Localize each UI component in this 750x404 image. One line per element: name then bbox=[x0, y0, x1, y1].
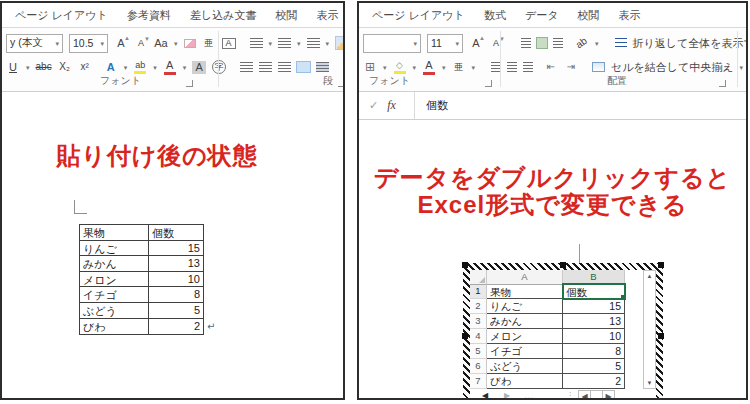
scroll-down-icon[interactable]: ▼ bbox=[644, 380, 655, 386]
row-header[interactable]: 2 bbox=[470, 299, 487, 314]
decrease-indent-icon[interactable]: ⇤ bbox=[544, 62, 558, 72]
excel-ribbon-tab[interactable]: 表示 bbox=[618, 8, 640, 23]
paragraph-dialog-launcher-icon[interactable] bbox=[338, 80, 345, 87]
word-table-cell[interactable]: みかん bbox=[80, 256, 149, 272]
fill-color-icon[interactable]: ◇ bbox=[393, 61, 407, 74]
text-highlight-icon[interactable]: ab bbox=[133, 61, 147, 74]
sheet-tabs-ellipsis[interactable]: … bbox=[524, 390, 534, 400]
row-header[interactable]: 4 bbox=[470, 329, 487, 344]
cell[interactable]: 13 bbox=[563, 314, 625, 329]
word-table-cell[interactable]: 5 bbox=[149, 303, 203, 319]
cell-a1[interactable]: 果物 bbox=[487, 284, 563, 299]
cell[interactable]: 2 bbox=[563, 374, 625, 389]
cell-b1-active[interactable]: 個数 bbox=[563, 284, 625, 299]
excel-ribbon-tab[interactable]: 数式 bbox=[484, 8, 506, 23]
alignment-dialog-launcher-icon[interactable] bbox=[719, 80, 726, 87]
font-name-combobox[interactable]: y (本文 ▾ bbox=[6, 34, 63, 53]
row-header[interactable]: 1 bbox=[470, 284, 487, 299]
cell[interactable]: イチゴ bbox=[487, 344, 563, 359]
word-table-cell[interactable]: メロン bbox=[80, 272, 149, 288]
align-left-icon[interactable] bbox=[240, 62, 253, 72]
change-case-button[interactable]: Aa bbox=[154, 38, 168, 49]
wrap-text-button[interactable]: 折り返して全体を表示する bbox=[633, 36, 748, 51]
word-table-cell[interactable]: びわ bbox=[80, 319, 149, 335]
subscript-button[interactable]: X₂ bbox=[58, 62, 72, 72]
top-align-icon[interactable] bbox=[521, 38, 531, 48]
merge-center-button[interactable]: セルを結合して中央揃え bbox=[611, 60, 734, 75]
word-table-cell[interactable]: イチゴ bbox=[80, 287, 149, 303]
word-ribbon-tab[interactable]: 表示 bbox=[316, 8, 338, 23]
word-table-cell[interactable]: ぶどう bbox=[80, 303, 149, 319]
scroll-up-icon[interactable]: ▲ bbox=[644, 273, 655, 279]
embedded-excel-object[interactable]: A B 1 果物 個数 2 りんご 15 bbox=[463, 263, 663, 400]
strikethrough-button[interactable]: abc bbox=[36, 62, 52, 72]
column-header-a[interactable]: A bbox=[487, 270, 563, 285]
vertical-scrollbar[interactable]: ▲ ▼ bbox=[643, 270, 656, 389]
grow-font-button[interactable]: A▲ bbox=[469, 38, 483, 49]
font-color-icon[interactable]: A bbox=[422, 60, 436, 75]
justify-icon[interactable] bbox=[297, 62, 310, 72]
resize-handle[interactable] bbox=[560, 262, 566, 268]
word-table[interactable]: 果物 個数 りんご 15 みかん 13 メロン 10 イチゴ bbox=[79, 224, 204, 335]
word-table-header-cell[interactable]: 個数 bbox=[149, 225, 203, 241]
word-ribbon-tab[interactable]: 参考資料 bbox=[127, 8, 171, 23]
clipped-ribbon-icon[interactable] bbox=[335, 36, 345, 50]
multilevel-list-icon[interactable] bbox=[307, 38, 320, 48]
word-ribbon-tab[interactable]: 校閲 bbox=[275, 8, 297, 23]
borders-icon[interactable]: ⊞ bbox=[363, 61, 377, 73]
phonetic-guide-icon[interactable]: 亜 bbox=[202, 39, 216, 48]
orientation-icon[interactable]: ab bbox=[575, 38, 589, 48]
word-table-cell[interactable]: 2 bbox=[149, 319, 203, 335]
sheet-tab-left-icon[interactable]: ◀ bbox=[482, 390, 488, 400]
excel-ribbon-tab[interactable]: データ bbox=[525, 8, 559, 23]
cell[interactable]: りんご bbox=[487, 299, 563, 314]
distribute-icon[interactable] bbox=[316, 62, 329, 72]
align-right-icon[interactable] bbox=[523, 62, 533, 72]
word-ribbon-tab[interactable]: 差し込み文書 bbox=[190, 8, 257, 23]
numbered-list-icon[interactable] bbox=[278, 38, 291, 48]
character-shading-icon[interactable]: A bbox=[192, 61, 206, 74]
font-size-combobox[interactable]: 11 ▾ bbox=[427, 34, 463, 53]
cell[interactable]: 10 bbox=[563, 329, 625, 344]
middle-align-icon[interactable] bbox=[537, 38, 547, 48]
word-table-cell[interactable]: 8 bbox=[149, 287, 203, 303]
align-right-icon[interactable] bbox=[278, 62, 291, 72]
character-border-icon[interactable]: A bbox=[222, 38, 236, 49]
resize-handle[interactable] bbox=[462, 262, 468, 268]
cell[interactable]: 5 bbox=[563, 359, 625, 374]
resize-handle[interactable] bbox=[658, 333, 664, 339]
grow-font-button[interactable]: A▲ bbox=[114, 38, 128, 49]
resize-handle[interactable] bbox=[658, 262, 664, 268]
sheet-tab-right-icon[interactable]: ▶ bbox=[504, 390, 510, 400]
font-dialog-launcher-icon[interactable] bbox=[485, 80, 492, 87]
bullet-list-icon[interactable] bbox=[250, 38, 263, 48]
cell[interactable]: メロン bbox=[487, 329, 563, 344]
word-table-cell[interactable]: 10 bbox=[149, 272, 203, 288]
font-color-icon[interactable]: A bbox=[163, 60, 177, 75]
align-center-icon[interactable] bbox=[507, 62, 517, 72]
row-header[interactable]: 3 bbox=[470, 314, 487, 329]
shrink-font-button[interactable]: A▼ bbox=[134, 39, 148, 48]
word-table-cell[interactable]: 15 bbox=[149, 241, 203, 257]
cell[interactable]: 15 bbox=[563, 299, 625, 314]
formula-input[interactable]: 個数 bbox=[415, 98, 448, 113]
phonetic-guide-icon[interactable]: 亜 bbox=[452, 63, 466, 72]
enter-check-icon[interactable]: ✓ bbox=[369, 99, 378, 112]
clear-formatting-icon[interactable] bbox=[184, 39, 196, 48]
word-table-header-cell[interactable]: 果物 bbox=[80, 225, 149, 241]
align-center-icon[interactable] bbox=[259, 62, 272, 72]
text-effects-icon[interactable]: A bbox=[104, 62, 118, 73]
row-header[interactable]: 7 bbox=[470, 374, 487, 389]
hscroll-right-icon[interactable]: ▶ bbox=[602, 390, 615, 400]
word-ribbon-tab[interactable]: ページ レイアウト bbox=[15, 8, 108, 23]
superscript-button[interactable]: x² bbox=[78, 62, 92, 72]
bottom-align-icon[interactable] bbox=[553, 38, 563, 48]
font-name-combobox[interactable]: ▾ bbox=[363, 34, 421, 53]
cell[interactable]: みかん bbox=[487, 314, 563, 329]
excel-ribbon-tab[interactable]: 校閲 bbox=[577, 8, 599, 23]
font-size-combobox[interactable]: 10.5 ▾ bbox=[69, 34, 108, 53]
row-header[interactable]: 5 bbox=[470, 344, 487, 359]
cell[interactable]: びわ bbox=[487, 374, 563, 389]
word-table-cell[interactable]: りんご bbox=[80, 241, 149, 257]
cell[interactable]: 8 bbox=[563, 344, 625, 359]
